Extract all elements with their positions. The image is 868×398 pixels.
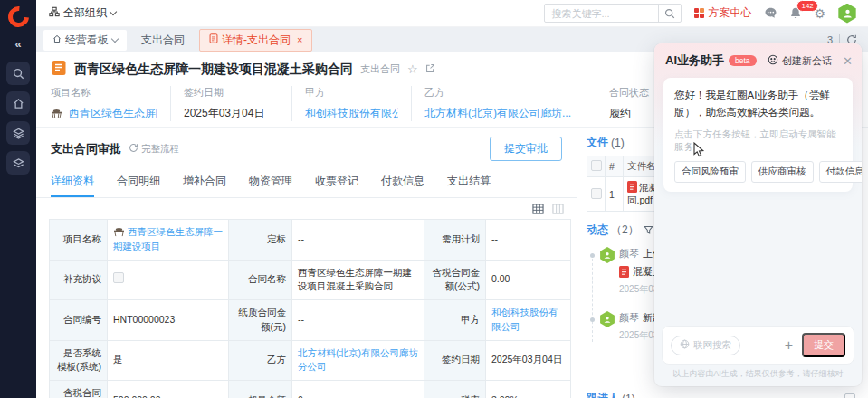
detail-tabs: 详细资料 合同明细 增补合同 物资管理 收票登记 付款信息 支出结算 [36,167,577,198]
project-link[interactable]: 西青区绿色生态屏障一... [69,106,157,121]
chat-icon[interactable] [764,6,777,20]
section-title: 支出合同审批 [51,141,121,157]
sidebar-search-button[interactable] [6,62,30,85]
table-columns-icon[interactable] [552,204,564,214]
web-search-toggle[interactable]: 联网搜索 [671,336,740,355]
org-selector[interactable]: 全部组织 [49,5,116,21]
files-title: 文件 [587,135,608,150]
collapse-icon[interactable]: « [14,37,21,51]
avatar [599,311,615,327]
ai-input-bar: 联网搜索 + 提交 [662,326,854,365]
tab-payment-info[interactable]: 付款信息 [381,167,424,197]
ai-panel-title: AI业务助手 [665,52,724,69]
grid-icon [694,8,704,18]
org-tree-icon [49,6,60,20]
expand-icon[interactable] [844,393,855,398]
project-icon [113,227,125,237]
avatar[interactable] [837,4,857,24]
solution-center-label: 方案中心 [708,5,751,21]
bell-icon[interactable]: 142 [789,6,802,20]
detail-table: 项目名称 西青区绿色生态屏障一期建设项目 定标 -- 需用计划 -- 补充协议 … [49,219,571,398]
gear-icon[interactable]: ⚙ [814,7,825,20]
table-row: 是否系统模板(系统) 是 乙方 北方材料(北京)有限公司廊坊分公司 签约日期 2… [50,340,571,381]
table-row: 合同编号 HNT00000023 纸质合同金额(元) -- 甲方 和创科技股份有… [50,300,571,341]
tab-expense-contract[interactable]: 支出合同 [132,30,194,51]
table-row: 补充协议 合同名称 西青区绿色生态屏障一期建设项目混凝土采购合同 含税合同金额(… [50,260,571,300]
follower-count: (1) [622,393,635,398]
ai-welcome-card: 您好！我是红圈AI业务助手（尝鲜版），助您高效解决各类问题。 点击下方任务按钮，… [663,78,853,192]
party-a-link[interactable]: 和创科技股份有限公司 [491,307,558,332]
page-title: 西青区绿色生态屏障一期建设项目混凝土采购合同 [74,62,353,78]
beta-badge: beta [729,55,757,66]
tab-dashboard[interactable]: 经营看板 [43,30,127,51]
ai-submit-button[interactable]: 提交 [802,333,845,357]
activity-count: （2） [611,223,639,238]
screen: « 全部组织 方案中心 142 [0,0,868,398]
submit-approval-button[interactable]: 提交审批 [490,137,562,161]
follower-title: 跟进人 [587,391,619,398]
tab-contract-lines[interactable]: 合同明细 [117,167,160,197]
party-b-link[interactable]: 北方材料(北京)有限公司廊坊... [424,106,571,121]
table-grid-icon[interactable] [532,204,544,214]
avatar [599,247,615,263]
search-icon [13,68,24,80]
contract-type-label: 支出合同 [360,62,400,76]
home-icon [52,33,62,46]
flow-icon [129,143,138,155]
pdf-icon [627,181,637,193]
supplement-checkbox[interactable] [113,272,124,283]
ai-hint: 点击下方任务按钮，立即启动专属智能服务。 [674,128,842,154]
project-link[interactable]: 西青区绿色生态屏障一期建设项目 [113,226,223,251]
chevron-down-icon [110,8,117,15]
header-field-project: 项目名称 西青区绿色生态屏障一... [51,86,170,121]
file-checkbox[interactable] [591,188,602,199]
ai-disclaimer: 以上内容由AI生成，结果仅供参考，请仔细核对 [654,368,862,380]
party-a-link[interactable]: 和创科技股份有限公司 [305,106,398,121]
follower-section: 跟进人 (1) [587,391,855,398]
brand-logo[interactable] [4,2,33,31]
tab-detail-info[interactable]: 详细资料 [51,167,94,197]
task-supplier-audit-button[interactable]: 供应商审核 [751,161,814,183]
search-input[interactable] [545,8,658,19]
header-field-sign-date: 签约日期 2025年03月04日 [170,86,291,121]
sidebar-modules-button[interactable] [6,151,30,175]
task-contract-risk-button[interactable]: 合同风险预审 [674,161,746,183]
close-icon[interactable]: × [297,34,302,45]
filter-icon[interactable] [644,225,653,235]
new-session-button[interactable]: 创建新会话 [768,54,832,68]
sidebar-home-button[interactable] [6,91,30,115]
activity-title: 动态 [587,223,608,238]
ai-assistant-panel: AI业务助手 beta 创建新会话 ✕ 您好！我是红圈AI业务助手（尝鲜版），助… [654,43,862,386]
close-icon[interactable]: ✕ [843,54,853,68]
search-button[interactable] [658,5,681,22]
plus-icon[interactable]: + [785,338,793,353]
full-flow-link[interactable]: 完整流程 [129,143,179,156]
header-field-party-b: 乙方 北方材料(北京)有限公司廊坊... [411,86,596,121]
sidebar-apps-button[interactable] [6,121,30,145]
topbar: 全部组织 方案中心 142 ⚙ [36,0,868,27]
tab-invoice-register[interactable]: 收票登记 [315,167,358,197]
sidebar: « [0,0,36,398]
layers-icon [13,157,24,169]
project-icon [51,109,62,118]
task-payment-compare-button[interactable]: 付款信息比对 [819,161,863,183]
party-b-link[interactable]: 北方材料(北京)有限公司廊坊分公司 [298,347,418,373]
select-all-checkbox[interactable] [591,160,602,171]
tab-expense-settlement[interactable]: 支出结算 [447,167,491,197]
document-icon [209,33,218,46]
solution-center-link[interactable]: 方案中心 [694,5,751,21]
star-icon[interactable]: ☆ [407,63,418,75]
files-count: (1) [611,137,625,149]
external-link-icon[interactable] [425,63,435,75]
ai-greeting: 您好！我是红圈AI业务助手（尝鲜版），助您高效解决各类问题。 [674,87,842,120]
layers-icon [13,128,24,139]
tab-detail-expense-contract[interactable]: 详情-支出合同 × [199,29,312,52]
table-row: 含税合同金额(元) 500,000.00 超量金额 0 税率 3.00% [50,381,571,398]
tab-material-mgmt[interactable]: 物资管理 [249,167,292,197]
contract-doc-icon [51,60,67,79]
main-column: 支出合同审批 完整流程 提交审批 详细资料 合同明细 增补合同 物资管理 收票登… [36,128,577,398]
table-row: 项目名称 西青区绿色生态屏障一期建设项目 定标 -- 需用计划 -- [50,220,571,261]
home-icon [13,98,24,109]
header-field-party-a: 甲方 和创科技股份有限公司 [291,86,411,121]
tab-supplement-contract[interactable]: 增补合同 [183,167,226,197]
